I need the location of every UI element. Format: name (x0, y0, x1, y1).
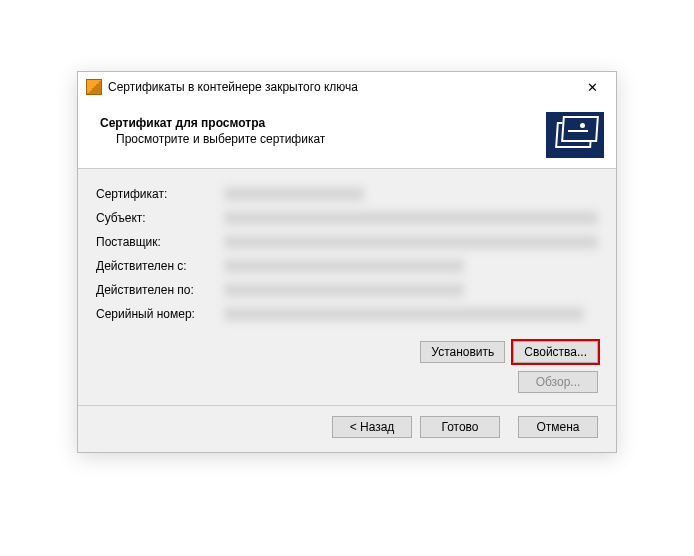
certificate-banner-icon (546, 112, 604, 158)
certificate-wizard-dialog: Сертификаты в контейнере закрытого ключа… (77, 71, 617, 453)
back-button[interactable]: < Назад (332, 416, 412, 438)
valid-to-value (224, 283, 464, 297)
certificate-name-row: Сертификат: (96, 185, 598, 203)
finish-button[interactable]: Готово (420, 416, 500, 438)
serial-value (224, 307, 584, 321)
body-panel: Сертификат: Субъект: Поставщик: Действит… (78, 169, 616, 406)
valid-to-row: Действителен по: (96, 281, 598, 299)
subject-value (224, 211, 598, 225)
app-icon (86, 79, 102, 95)
install-button[interactable]: Установить (420, 341, 505, 363)
window-title: Сертификаты в контейнере закрытого ключа (108, 80, 358, 94)
subject-row: Субъект: (96, 209, 598, 227)
subject-label: Субъект: (96, 211, 224, 225)
page-title: Сертификат для просмотра (100, 116, 325, 130)
certificate-name-value (224, 187, 364, 201)
issuer-label: Поставщик: (96, 235, 224, 249)
valid-from-value (224, 259, 464, 273)
issuer-value (224, 235, 598, 249)
certificate-name-label: Сертификат: (96, 187, 224, 201)
close-icon: ✕ (587, 81, 598, 94)
valid-from-label: Действителен с: (96, 259, 224, 273)
close-button[interactable]: ✕ (572, 74, 612, 100)
page-subtitle: Просмотрите и выберите сертификат (100, 132, 325, 146)
serial-row: Серийный номер: (96, 305, 598, 323)
titlebar: Сертификаты в контейнере закрытого ключа… (78, 72, 616, 102)
serial-label: Серийный номер: (96, 307, 224, 321)
browse-button: Обзор... (518, 371, 598, 393)
valid-from-row: Действителен с: (96, 257, 598, 275)
issuer-row: Поставщик: (96, 233, 598, 251)
valid-to-label: Действителен по: (96, 283, 224, 297)
wizard-footer: < Назад Готово Отмена (78, 406, 616, 452)
properties-button[interactable]: Свойства... (513, 341, 598, 363)
header-panel: Сертификат для просмотра Просмотрите и в… (78, 102, 616, 169)
cancel-button[interactable]: Отмена (518, 416, 598, 438)
